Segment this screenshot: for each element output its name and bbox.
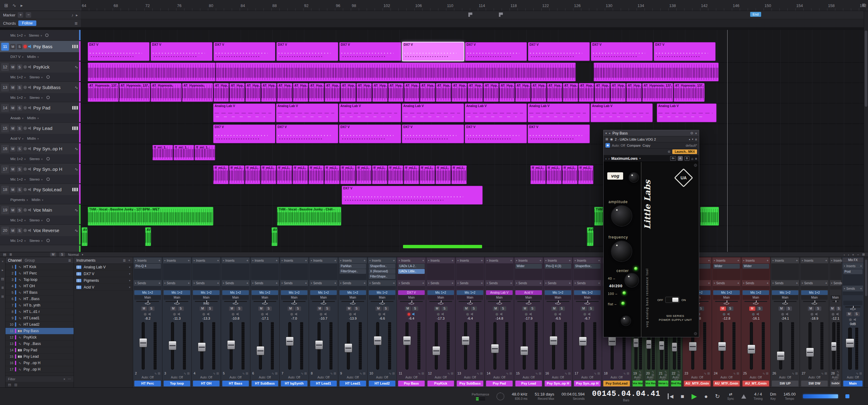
- zoom-out-icon[interactable]: −: [857, 253, 859, 257]
- clip[interactable]: ff_mL1..: [451, 165, 467, 184]
- play-button[interactable]: ▶: [691, 392, 697, 400]
- volume-value[interactable]: -6.5: [544, 316, 572, 321]
- output-label[interactable]: Main: [545, 295, 571, 300]
- volume-value[interactable]: -18.9: [801, 316, 828, 321]
- sends-expand-icon[interactable]: ▾: [311, 282, 312, 284]
- input-label[interactable]: Mic 1+2: [340, 290, 366, 295]
- fader-track[interactable]: [288, 322, 291, 370]
- mute-button[interactable]: M: [170, 306, 177, 311]
- track-header[interactable]: 16 M S Psy Syn..op H ∿ Mic 1+2 Stereo: [0, 143, 81, 164]
- clip[interactable]: DX7 V: [88, 42, 150, 61]
- fader[interactable]: [843, 326, 863, 371]
- fader[interactable]: [192, 321, 220, 371]
- monitor-button[interactable]: [353, 313, 357, 316]
- clip[interactable]: AT_Hyp,: [547, 83, 562, 102]
- automation-mode[interactable]: Auto: Off: [671, 376, 682, 380]
- output-label[interactable]: Main: [134, 295, 161, 300]
- mute-button[interactable]: M: [551, 306, 558, 311]
- fader-cap[interactable]: [831, 342, 837, 351]
- track-mute-button[interactable]: M: [10, 167, 16, 172]
- mute-button[interactable]: M: [288, 306, 294, 311]
- clip[interactable]: ff_mt_1..: [174, 145, 194, 160]
- fader[interactable]: [486, 321, 513, 371]
- mute-button[interactable]: M: [779, 306, 785, 311]
- solo-button[interactable]: S: [588, 306, 594, 311]
- clip[interactable]: ff_mL1..: [388, 165, 403, 184]
- track-header[interactable]: 17 M S Psy Syn..op H ∿ Mic 1+2 Stereo: [0, 164, 81, 184]
- track-header[interactable]: 13 M S Psy SubBass ∿ Mic 1+2 Stereo: [0, 82, 81, 102]
- timeline-marker-flag[interactable]: [499, 12, 503, 17]
- pan-control[interactable]: <C>: [574, 300, 601, 306]
- record-arm-button[interactable]: [290, 313, 293, 316]
- mixer-strip[interactable]: ▾Inserts+ ▾Sends+ Mic 1+2 Main <C> M S -…: [456, 257, 485, 387]
- input-label[interactable]: Mic 1+2: [574, 290, 600, 295]
- input-label[interactable]: Acid V: [515, 290, 542, 295]
- mixer-strip[interactable]: ▾Inserts+ ShaperBox.. ▾Sends+ Mic 1+2 Ma…: [573, 257, 602, 387]
- fader-cap[interactable]: [806, 348, 814, 357]
- seconds-display[interactable]: 00:04:01.594 Seconds: [561, 392, 585, 401]
- track-header[interactable]: 15 M S Psy Lead Acid V MIdIn: [0, 123, 81, 143]
- pan-control[interactable]: <C>: [251, 300, 279, 306]
- output-label[interactable]: Main: [801, 295, 828, 300]
- input-label[interactable]: Mic 1+2: [252, 290, 278, 295]
- mute-button[interactable]: M: [720, 306, 726, 311]
- fader-track[interactable]: [493, 322, 496, 370]
- clip[interactable]: AT_Hyp,: [579, 83, 594, 102]
- mute-button[interactable]: M: [200, 306, 206, 311]
- add-send-button[interactable]: +: [737, 281, 739, 285]
- solo-button[interactable]: S: [383, 306, 389, 311]
- input-label[interactable]: Mic 1+2: [428, 290, 454, 295]
- list-icon[interactable]: ≣: [9, 252, 12, 257]
- record-arm-button[interactable]: [781, 313, 784, 316]
- clip[interactable]: DX7 V: [339, 42, 401, 61]
- track-solo-button[interactable]: S: [17, 146, 22, 151]
- clip[interactable]: AVI: [272, 227, 278, 246]
- channel-list-row[interactable]: 4 ∿ HT OH: [5, 283, 73, 290]
- fader-cap[interactable]: [462, 336, 470, 345]
- add-send-button[interactable]: +: [188, 281, 190, 285]
- pan-control[interactable]: <C>: [310, 300, 337, 306]
- scrollbar-thumb[interactable]: [865, 31, 867, 107]
- clip[interactable]: THM: [594, 207, 603, 226]
- fader-cap[interactable]: [659, 341, 664, 350]
- fader-track[interactable]: [405, 322, 408, 370]
- console-tab-icon-1[interactable]: ▤: [8, 383, 11, 387]
- instrument-row[interactable]: Pigments ▾: [74, 277, 133, 284]
- fader-track[interactable]: [750, 322, 753, 370]
- fader[interactable]: [830, 321, 841, 371]
- mixer-strip[interactable]: ▾Inserts+ ▾Sends+ Main M S -12.1 28∿ ⊞ A…: [829, 257, 842, 387]
- automation-mode[interactable]: Auto: Off: [222, 376, 249, 380]
- insert-slot[interactable]: Pro-Q 4 (3): [545, 264, 571, 269]
- track-solo-button[interactable]: S: [17, 44, 22, 49]
- preset-name[interactable]: MaximumLows: [611, 157, 638, 161]
- record-arm-button[interactable]: [349, 313, 352, 316]
- record-arm-button[interactable]: [24, 167, 27, 171]
- monitor-button[interactable]: [28, 86, 32, 89]
- pan-control[interactable]: <C>: [713, 300, 740, 306]
- track-mode-select[interactable]: MIdIn: [27, 137, 39, 140]
- mixer-strip[interactable]: ▾Inserts+ Pro-Q 4 ▾Sends+ Mic 1+2 Main <…: [133, 257, 162, 387]
- add-send-button[interactable]: +: [158, 281, 160, 285]
- inserts-expand-icon[interactable]: ▾: [311, 259, 312, 262]
- add-insert-button[interactable]: +: [767, 259, 769, 262]
- mixer-strip[interactable]: ▾Inserts+ ▾Sends+ Mic 1+2 Main <C> M S -…: [280, 257, 309, 387]
- clip[interactable]: DX7 V: [213, 42, 275, 61]
- scrollbar-thumb[interactable]: [865, 260, 867, 296]
- track-mode-select[interactable]: Stereo: [29, 34, 42, 37]
- solo-button[interactable]: S: [295, 306, 301, 311]
- tempo-display[interactable]: 145.00 Tempo: [783, 392, 796, 401]
- record-arm-button[interactable]: [466, 313, 469, 316]
- clip[interactable]: AT_Hyp,: [436, 83, 451, 102]
- track-solo-button[interactable]: S: [17, 105, 22, 111]
- sends-expand-icon[interactable]: ▾: [516, 282, 517, 284]
- volume-value[interactable]: -11.3: [163, 316, 191, 321]
- automation-mode[interactable]: Auto: Off: [280, 376, 308, 380]
- clip[interactable]: ff_mL1..: [530, 165, 546, 184]
- center-knob[interactable]: [625, 274, 639, 287]
- fader-cap[interactable]: [315, 340, 323, 349]
- monitor-button[interactable]: [727, 313, 731, 316]
- clip[interactable]: DX7 V: [342, 186, 483, 205]
- clip[interactable]: Analog Lab V: [657, 103, 717, 122]
- clip[interactable]: DX7 V: [402, 42, 464, 61]
- monitor-button[interactable]: [854, 318, 857, 321]
